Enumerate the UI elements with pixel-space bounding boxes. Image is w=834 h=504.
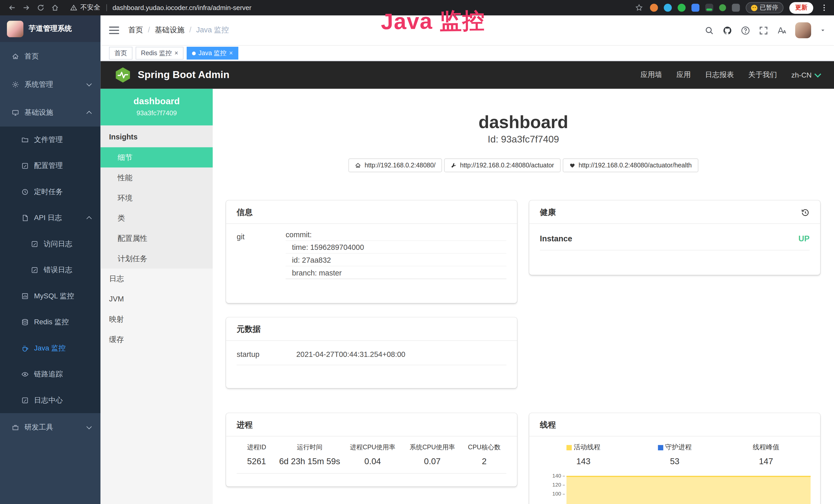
breadcrumb-home[interactable]: 首页 [128, 25, 155, 35]
service-url-button[interactable]: http://192.168.0.2:48080/ [349, 158, 442, 172]
sidebar-item-access-log[interactable]: 访问日志 [0, 231, 101, 257]
sba-nav-about[interactable]: 关于我们 [748, 70, 777, 79]
user-avatar[interactable] [795, 22, 811, 38]
extension-grid-icon[interactable] [691, 4, 699, 12]
extension-orange-icon[interactable] [650, 4, 658, 12]
sidebar-item-mysql[interactable]: MySQL 监控 [0, 283, 101, 309]
browser-menu-kebab-icon[interactable] [819, 3, 829, 12]
sba-item-classes[interactable]: 类 [101, 208, 213, 228]
sba-nav-applications[interactable]: 应用 [677, 70, 691, 79]
sidebar-item-log-center[interactable]: 日志中心 [0, 387, 101, 413]
instance-name: dashboard [105, 96, 208, 107]
chart-icon [21, 292, 29, 300]
close-tab-icon[interactable] [174, 50, 178, 56]
bookmark-star-icon[interactable] [634, 3, 644, 12]
git-commit-line: commit: [286, 228, 506, 241]
sba-item-jvm[interactable]: JVM [101, 289, 213, 309]
threads-legend: 活动线程 守护进程 线程峰值 [538, 443, 812, 452]
sidebar-item-infra[interactable]: 基础设施 [0, 98, 101, 127]
browser-toolbar: 不安全 dashboard.yudao.iocoder.cn/infra/adm… [0, 0, 834, 16]
extension-leaf-icon[interactable] [719, 4, 726, 11]
extension-on-badge-icon[interactable] [705, 4, 713, 12]
back-button[interactable] [5, 1, 18, 14]
sidebar-item-file[interactable]: 文件管理 [0, 127, 101, 153]
sba-item-performance[interactable]: 性能 [101, 167, 213, 188]
sba-brand[interactable]: Spring Boot Admin [114, 67, 229, 84]
sidebar-item-home[interactable]: 首页 [0, 42, 101, 70]
search-icon[interactable] [705, 26, 714, 35]
github-icon[interactable] [723, 26, 732, 35]
uptime-value: 6d 23h 15m 59s [277, 457, 343, 466]
spring-boot-admin-logo-icon [114, 67, 131, 84]
sba-item-details[interactable]: 细节 [101, 147, 213, 168]
sidebar-item-error-log[interactable]: 错误日志 [0, 257, 101, 283]
extension-puzzle-icon[interactable] [731, 4, 740, 12]
wrench-icon [451, 162, 457, 169]
caret-down-icon[interactable] [820, 28, 826, 33]
sidebar-item-api-log[interactable]: API 日志 [0, 205, 101, 231]
tab-redis[interactable]: Redis 监控 [136, 47, 183, 60]
chevron-down-icon [814, 71, 821, 77]
page-title: dashboard [213, 112, 834, 133]
sba-nav-wall[interactable]: 应用墙 [641, 70, 662, 79]
forward-button[interactable] [20, 1, 32, 14]
browser-update-button[interactable]: 更新 [789, 2, 813, 14]
sba-item-mappings[interactable]: 映射 [101, 309, 213, 329]
process-id-value: 5261 [237, 457, 277, 466]
sba-item-caches[interactable]: 缓存 [101, 329, 213, 349]
font-size-icon[interactable] [777, 26, 786, 35]
sidebar-item-redis[interactable]: Redis 监控 [0, 309, 101, 335]
sba-item-config-props[interactable]: 配置属性 [101, 228, 213, 248]
legend-peak-threads: 线程峰值 [721, 443, 812, 452]
health-url-button[interactable]: http://192.168.0.2:48080/actuator/health [563, 158, 698, 172]
address-bar[interactable]: 不安全 dashboard.yudao.iocoder.cn/infra/adm… [70, 3, 251, 12]
tab-home[interactable]: 首页 [109, 47, 133, 60]
api-log-submenu: 访问日志 错误日志 [0, 231, 101, 283]
sba-item-environment[interactable]: 环境 [101, 188, 213, 208]
reload-button[interactable] [34, 1, 47, 14]
home-icon [355, 162, 361, 169]
threads-card-body: 活动线程 守护进程 线程峰值 [529, 436, 820, 504]
system-cpu-value: 0.07 [402, 457, 462, 466]
breadcrumb: 首页 基础设施 Java 监控 [128, 25, 229, 35]
close-tab-icon[interactable] [229, 50, 233, 56]
process-card: 进程 进程ID 运行时间 进程CPU使用率 系统CPU使用率 CPU核心数 [226, 413, 517, 486]
app-logo[interactable]: 芋道管理系统 [0, 16, 101, 42]
sba-navbar: Spring Boot Admin 应用墙 应用 日志报表 关于我们 zh-CN [101, 61, 834, 89]
y-tick-label: 140 [538, 473, 561, 479]
breadcrumb-infra[interactable]: 基础设施 [155, 25, 196, 35]
info-card-title: 信息 [226, 201, 517, 224]
browser-home-button[interactable] [48, 1, 61, 14]
sba-body: dashboard 93a3fc7f7409 Insights 细节 性能 环境… [101, 89, 834, 504]
sba-sidebar-insights[interactable]: Insights [101, 125, 213, 147]
health-instance-label: Instance [540, 234, 572, 243]
daemon-threads-value: 53 [629, 457, 720, 466]
active-threads-swatch [566, 445, 572, 450]
health-card-body: Instance UP [529, 224, 820, 251]
sba-nav-journal[interactable]: 日志报表 [705, 70, 734, 79]
extension-blue-drop-icon[interactable] [663, 4, 672, 12]
info-card-body: git commit: time: 1596289704000 id: 27aa… [226, 224, 517, 279]
extension-green-circle-icon[interactable] [677, 4, 685, 12]
history-icon[interactable] [801, 208, 810, 217]
threads-card: 线程 活动线程 守护进程 [529, 413, 820, 504]
recording-paused-badge[interactable]: 已暂停 [745, 2, 784, 13]
tab-java[interactable]: Java 监控 [187, 47, 238, 60]
url-text: dashboard.yudao.iocoder.cn/infra/admin-s… [112, 4, 251, 12]
sidebar-item-dev-tools[interactable]: 研发工具 [0, 413, 101, 441]
fullscreen-icon[interactable] [759, 26, 768, 35]
sba-item-logs[interactable]: 日志 [101, 269, 213, 289]
sidebar-item-config[interactable]: 配置管理 [0, 153, 101, 179]
sidebar-item-java[interactable]: Java 监控 [0, 335, 101, 361]
cpu-cores-value: 2 [462, 457, 506, 466]
address-divider [106, 4, 107, 11]
sidebar-item-system[interactable]: 系统管理 [0, 70, 101, 98]
instance-header[interactable]: dashboard 93a3fc7f7409 [101, 89, 213, 125]
sba-item-scheduled-tasks[interactable]: 计划任务 [101, 248, 213, 269]
hamburger-icon[interactable] [109, 27, 119, 34]
sidebar-item-job[interactable]: 定时任务 [0, 179, 101, 205]
actuator-url-button[interactable]: http://192.168.0.2:48080/actuator [444, 158, 561, 172]
locale-selector[interactable]: zh-CN [791, 71, 820, 79]
sidebar-item-trace[interactable]: 链路追踪 [0, 361, 101, 387]
help-icon[interactable] [741, 26, 750, 35]
